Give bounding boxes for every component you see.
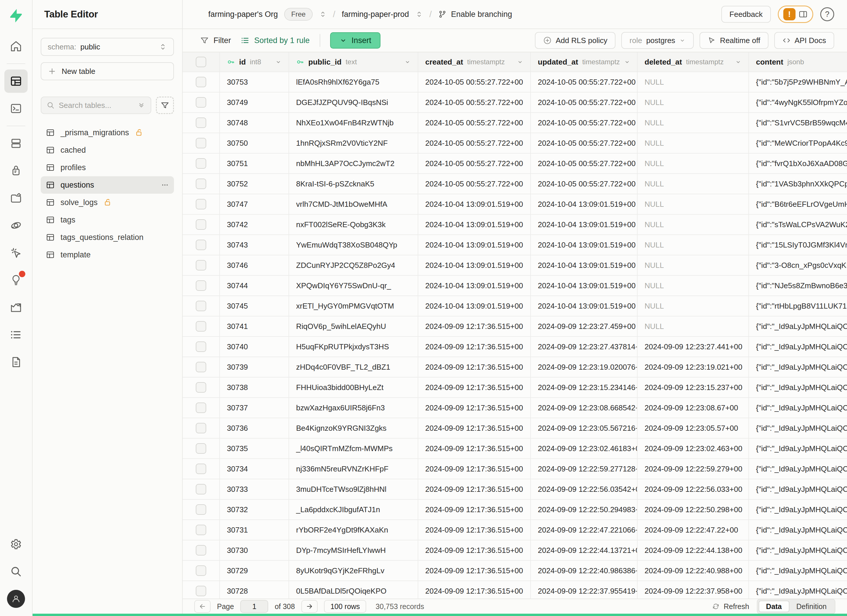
cell-deleted_at[interactable]: 2024-09-09 12:22:44.138+00 — [637, 540, 749, 560]
row-checkbox[interactable] — [196, 362, 206, 372]
nav-home[interactable] — [4, 35, 28, 58]
cell-content[interactable]: {"id":"rtHbLpgB8V11LUK7152 — [749, 296, 847, 316]
row-checkbox[interactable] — [196, 199, 206, 209]
chevrons-down-icon[interactable] — [137, 101, 145, 109]
refresh-button[interactable]: Refresh — [712, 602, 749, 611]
realtime-toggle-button[interactable]: Realtime off — [699, 32, 768, 49]
nav-logs[interactable] — [4, 323, 28, 346]
row-checkbox[interactable] — [196, 280, 206, 291]
row-checkbox[interactable] — [196, 382, 206, 393]
cell-deleted_at[interactable]: 2024-09-09 12:23:08.67+00 — [637, 398, 749, 418]
cell-deleted_at[interactable]: 2024-09-09 12:23:15.237+00 — [637, 377, 749, 397]
nav-realtime[interactable] — [4, 241, 28, 264]
row-checkbox[interactable] — [196, 260, 206, 271]
cell-id[interactable]: 30737 — [220, 398, 289, 418]
rows-per-page-button[interactable]: 100 rows — [324, 600, 366, 613]
prev-page-button[interactable] — [194, 600, 211, 613]
cell-updated_at[interactable]: 2024-09-09 12:22:47.221066+00 — [531, 520, 637, 540]
cell-id[interactable]: 30740 — [220, 337, 289, 357]
cell-id[interactable]: 30742 — [220, 215, 289, 234]
cell-created_at[interactable]: 2024-09-09 12:17:36.515+00 — [418, 520, 531, 540]
cell-created_at[interactable]: 2024-10-05 00:55:27.722+00 — [418, 153, 531, 173]
cell-created_at[interactable]: 2024-10-04 13:09:01.519+00 — [418, 235, 531, 255]
row-checkbox[interactable] — [196, 97, 206, 108]
column-menu-chevron-icon[interactable] — [624, 59, 630, 65]
cell-content[interactable]: {"id":"_Id9aLyJpMHQLaiQC — [749, 500, 847, 519]
cell-created_at[interactable]: 2024-10-05 00:55:27.722+00 — [418, 174, 531, 194]
cell-public_id[interactable]: H5uqFKpRUTPkjxdysT3HS — [289, 337, 418, 357]
cell-created_at[interactable]: 2024-09-09 12:17:36.515+00 — [418, 317, 531, 336]
row-checkbox[interactable] — [196, 240, 206, 250]
cell-public_id[interactable]: XPQwDIqY6Y75SwDnU-qr_ — [289, 276, 418, 296]
cell-updated_at[interactable]: 2024-09-09 12:22:56.03542+00 — [531, 479, 637, 499]
cell-updated_at[interactable]: 2024-10-05 00:55:27.722+00 — [531, 133, 637, 153]
select-all-checkbox[interactable] — [196, 57, 206, 67]
cell-updated_at[interactable]: 2024-09-09 12:23:15.234146+00 — [531, 377, 637, 397]
cell-created_at[interactable]: 2024-10-05 00:55:27.722+00 — [418, 113, 531, 133]
cell-deleted_at[interactable]: 2024-09-09 12:22:37.958+00 — [637, 581, 749, 598]
row-checkbox[interactable] — [196, 138, 206, 148]
cell-created_at[interactable]: 2024-09-09 12:17:36.515+00 — [418, 479, 531, 499]
row-checkbox[interactable] — [196, 565, 206, 576]
schema-select[interactable]: schema: public — [41, 38, 174, 56]
cell-deleted_at[interactable]: NULL — [637, 194, 749, 214]
cell-id[interactable]: 30735 — [220, 439, 289, 458]
cell-created_at[interactable]: 2024-10-04 13:09:01.519+00 — [418, 215, 531, 234]
row-checkbox[interactable] — [196, 321, 206, 332]
nav-sql-editor[interactable] — [4, 97, 28, 120]
cell-public_id[interactable]: lEfA0sRh9hlXf62Y6ga75 — [289, 72, 418, 92]
cell-deleted_at[interactable]: NULL — [637, 113, 749, 133]
cell-created_at[interactable]: 2024-10-05 00:55:27.722+00 — [418, 133, 531, 153]
cell-public_id[interactable]: Be4KignzoK9YRGNI3Zgks — [289, 418, 418, 438]
cell-updated_at[interactable]: 2024-10-04 13:09:01.519+00 — [531, 215, 637, 234]
column-header-created_at[interactable]: created_attimestamptz — [418, 52, 531, 72]
cell-public_id[interactable]: nbMhHL3AP7OcCJymc2wT2 — [289, 153, 418, 173]
cell-deleted_at[interactable]: 2024-09-09 12:22:56.033+00 — [637, 479, 749, 499]
sidebar-table-item[interactable]: _prisma_migrations — [41, 124, 174, 141]
cell-created_at[interactable]: 2024-10-04 13:09:01.519+00 — [418, 276, 531, 296]
row-checkbox[interactable] — [196, 586, 206, 596]
breadcrumb-project[interactable]: farming-paper-prod — [342, 10, 409, 19]
sidebar-table-item[interactable]: tags — [41, 211, 174, 228]
user-avatar[interactable] — [7, 590, 25, 608]
cell-deleted_at[interactable]: NULL — [637, 296, 749, 316]
row-checkbox[interactable] — [196, 443, 206, 454]
tab-definition[interactable]: Definition — [789, 601, 834, 612]
cell-public_id[interactable]: nxFT002lSeRE-Qobg3K3k — [289, 215, 418, 234]
breadcrumb-org[interactable]: farming-paper's Org — [208, 10, 278, 19]
cell-updated_at[interactable]: 2024-09-09 12:22:50.294983+00 — [531, 500, 637, 519]
cell-id[interactable]: 30734 — [220, 459, 289, 479]
tab-data[interactable]: Data — [758, 601, 789, 612]
cell-updated_at[interactable]: 2024-09-09 12:23:02.46183+00 — [531, 439, 637, 458]
cell-public_id[interactable]: xrETl_HyGY0mPMGVqtOTM — [289, 296, 418, 316]
cell-id[interactable]: 30750 — [220, 133, 289, 153]
cell-updated_at[interactable]: 2024-10-05 00:55:27.722+00 — [531, 174, 637, 194]
cell-deleted_at[interactable]: NULL — [637, 215, 749, 234]
cell-id[interactable]: 30749 — [220, 93, 289, 112]
cell-deleted_at[interactable]: 2024-09-09 12:22:50.298+00 — [637, 500, 749, 519]
cell-deleted_at[interactable]: NULL — [637, 235, 749, 255]
cell-content[interactable]: {"id":"_Id9aLyJpMHQLaiQC — [749, 418, 847, 438]
cell-public_id[interactable]: DGEJfJZPQUV9Q-IBqsNSi — [289, 93, 418, 112]
cell-created_at[interactable]: 2024-09-09 12:17:36.515+00 — [418, 459, 531, 479]
cell-content[interactable]: {"id":"_Id9aLyJpMHQLaiQC — [749, 581, 847, 598]
cell-deleted_at[interactable]: NULL — [637, 255, 749, 275]
cell-content[interactable]: {"id":"_Id9aLyJpMHQLaiQC — [749, 561, 847, 581]
sidebar-table-item[interactable]: cached — [41, 141, 174, 159]
row-checkbox[interactable] — [196, 464, 206, 474]
cell-id[interactable]: 30741 — [220, 317, 289, 336]
supabase-logo-icon[interactable] — [8, 7, 24, 24]
page-input[interactable]: 1 — [240, 600, 268, 613]
row-checkbox[interactable] — [196, 545, 206, 556]
cell-id[interactable]: 30747 — [220, 194, 289, 214]
cell-content[interactable]: {"id":"_Id9aLyJpMHQLaiQC — [749, 337, 847, 357]
cell-id[interactable]: 30730 — [220, 540, 289, 560]
cell-public_id[interactable]: DYp-7mcyMSIrHefLYIwwH — [289, 540, 418, 560]
cell-created_at[interactable]: 2024-09-09 12:17:36.515+00 — [418, 357, 531, 377]
cell-public_id[interactable]: _l40sQIRTmMZfcm-MWMPs — [289, 439, 418, 458]
cell-content[interactable]: {"id":"4wyNgK55lOfrpmYZo — [749, 93, 847, 112]
nav-authentication[interactable] — [4, 159, 28, 182]
cell-updated_at[interactable]: 2024-09-09 12:23:08.668542+00 — [531, 398, 637, 418]
cell-updated_at[interactable]: 2024-09-09 12:22:59.277128+00 — [531, 459, 637, 479]
cell-deleted_at[interactable]: 2024-09-09 12:23:05.57+00 — [637, 418, 749, 438]
